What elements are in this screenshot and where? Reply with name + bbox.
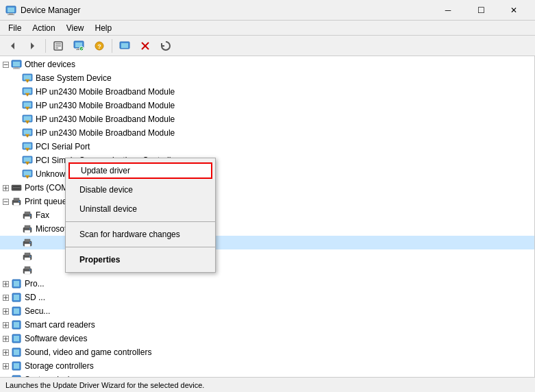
svg-rect-109: [14, 336, 19, 341]
toolbar-separator-2: [112, 39, 112, 53]
tree-icon-software: [11, 333, 22, 344]
svg-rect-70: [25, 225, 30, 228]
tree-item-pci-serial[interactable]: ! PCI Serial Port: [0, 140, 534, 154]
scan-button[interactable]: [156, 38, 175, 54]
svg-rect-119: [14, 363, 19, 369]
app-icon: [5, 5, 16, 16]
tree-expander-sound[interactable]: [0, 347, 11, 358]
tree-item-hp2[interactable]: ! HP un2430 Mobile Broadband Module: [0, 99, 534, 112]
properties-button[interactable]: [49, 38, 68, 54]
svg-text:!: !: [27, 108, 28, 110]
svg-rect-94: [14, 295, 19, 300]
tree-item-smart-card[interactable]: Smart card readers: [0, 318, 534, 332]
tree-label-hp3: HP un2430 Mobile Broadband Module: [36, 114, 175, 124]
svg-rect-16: [121, 43, 128, 48]
tree-label-sd: SD ...: [25, 293, 45, 302]
menu-bar: FileActionViewHelp: [0, 21, 535, 36]
tree-expander-system[interactable]: [0, 374, 11, 377]
svg-rect-3: [8, 14, 14, 15]
tree-item-hp1[interactable]: ! HP un2430 Mobile Broadband Module: [0, 85, 534, 99]
tree-icon-system: [11, 374, 22, 377]
svg-point-72: [29, 228, 31, 230]
back-button[interactable]: [3, 38, 22, 54]
tree-icon-pq4: [22, 251, 33, 262]
window-title: Device Manager: [21, 5, 432, 15]
status-bar: Launches the Update Driver Wizard for th…: [0, 377, 535, 392]
tree-label-hp4: HP un2430 Mobile Broadband Module: [36, 128, 175, 138]
tree-icon-ports: [11, 182, 22, 193]
context-menu-item-disable-device[interactable]: Disable device: [66, 180, 215, 199]
tree-expander-unknown: [11, 169, 22, 180]
menu-item-help[interactable]: Help: [90, 22, 118, 34]
tree-item-sound[interactable]: Sound, video and game controllers: [0, 345, 534, 359]
tree-expander-smart-card[interactable]: [0, 319, 11, 330]
tree-icon-pci-serial: !: [22, 141, 33, 152]
context-menu: Update driverDisable deviceUninstall dev…: [65, 158, 216, 273]
context-menu-item-scan[interactable]: Scan for hardware changes: [66, 225, 215, 244]
maximize-button[interactable]: ☐: [465, 0, 497, 21]
tree-expander-hp3: [11, 114, 22, 125]
tree-expander-fax: [11, 210, 22, 221]
svg-rect-89: [14, 281, 19, 286]
svg-rect-38: [24, 130, 32, 135]
tree-label-security: Secu...: [25, 306, 50, 316]
tree-expander-hp2: [11, 100, 22, 111]
title-bar: Device Manager ─ ☐ ✕: [0, 0, 535, 21]
tree-icon-root: [11, 59, 22, 70]
update-driver-button[interactable]: [69, 38, 88, 54]
uninstall-button[interactable]: [136, 38, 155, 54]
svg-rect-99: [14, 308, 19, 314]
tree-expander-hp1: [11, 86, 22, 97]
tree-item-software[interactable]: Software devices: [0, 332, 534, 345]
show-by-type-button[interactable]: [115, 38, 134, 54]
tree-expander-pq3: [11, 237, 22, 248]
tree-item-storage[interactable]: Storage controllers: [0, 359, 534, 373]
tree-item-system[interactable]: System devices: [0, 373, 534, 377]
tree-expander-storage[interactable]: [0, 360, 11, 371]
tree-expander-software[interactable]: [0, 333, 11, 344]
close-button[interactable]: ✕: [498, 0, 530, 21]
tree-expander-pci-simple: [11, 155, 22, 166]
tree-item-base-system[interactable]: ! Base System Device: [0, 71, 534, 85]
menu-item-file[interactable]: File: [3, 22, 27, 34]
toolbar-separator-1: [45, 39, 46, 53]
svg-point-58: [18, 187, 20, 188]
tree-expander-root[interactable]: [0, 59, 11, 70]
tree-item-root[interactable]: Other devices: [0, 58, 534, 71]
forward-button[interactable]: [23, 38, 42, 54]
tree-item-sd[interactable]: SD ...: [0, 291, 534, 304]
svg-point-64: [18, 201, 20, 202]
svg-rect-74: [25, 239, 30, 242]
menu-item-action[interactable]: Action: [27, 22, 60, 34]
tree-expander-ports[interactable]: [0, 182, 11, 193]
minimize-button[interactable]: ─: [432, 0, 464, 21]
context-menu-item-properties[interactable]: Properties: [66, 250, 215, 269]
menu-item-view[interactable]: View: [61, 22, 90, 34]
tree-label-sound: Sound, video and game controllers: [25, 347, 151, 357]
svg-rect-35: [24, 117, 32, 121]
tree-icon-pro: [11, 278, 22, 289]
svg-text:!: !: [27, 149, 28, 151]
tree-item-security[interactable]: Secu...: [0, 304, 534, 318]
help-button[interactable]: ?: [90, 38, 109, 54]
svg-rect-63: [14, 203, 19, 206]
tree-label-root: Other devices: [25, 60, 75, 69]
svg-point-55: [14, 187, 16, 188]
context-menu-separator: [66, 247, 215, 247]
tree-icon-security: [11, 306, 22, 317]
svg-rect-2: [9, 13, 13, 14]
context-menu-item-update-driver[interactable]: Update driver: [69, 162, 212, 179]
context-menu-item-uninstall-device[interactable]: Uninstall device: [66, 199, 215, 219]
svg-rect-41: [24, 144, 32, 149]
tree-item-hp3[interactable]: ! HP un2430 Mobile Broadband Module: [0, 112, 534, 126]
window-controls: ─ ☐ ✕: [432, 0, 530, 21]
tree-icon-base-system: !: [22, 73, 33, 84]
svg-text:!: !: [27, 121, 28, 124]
tree-item-pro[interactable]: Pro...: [0, 277, 534, 291]
tree-expander-print-queues[interactable]: [0, 196, 11, 207]
tree-expander-security[interactable]: [0, 306, 11, 317]
tree-expander-sd[interactable]: [0, 292, 11, 303]
tree-icon-fax: [22, 210, 33, 221]
tree-expander-pro[interactable]: [0, 278, 11, 289]
tree-item-hp4[interactable]: ! HP un2430 Mobile Broadband Module: [0, 126, 534, 140]
